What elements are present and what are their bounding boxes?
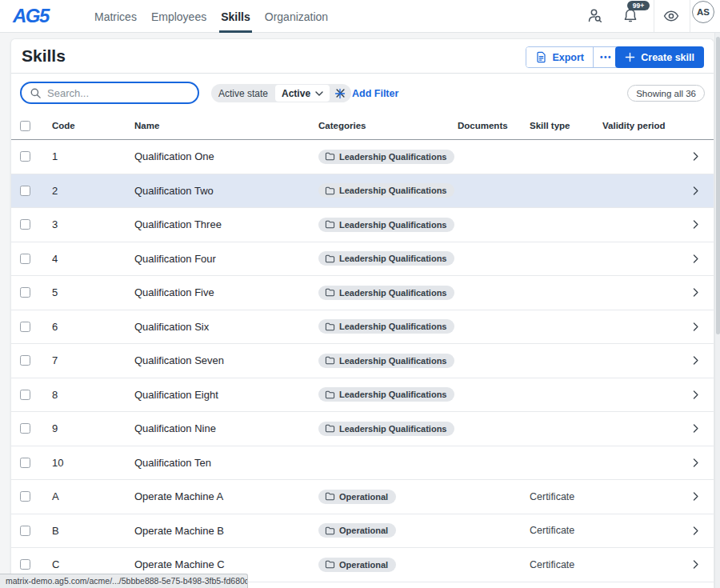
row-checkbox[interactable] — [20, 151, 30, 162]
export-button-label: Export — [552, 52, 584, 63]
row-checkbox[interactable] — [20, 458, 30, 468]
chevron-right-icon[interactable] — [690, 423, 714, 434]
search-icon — [30, 87, 42, 99]
table-row[interactable]: 1 Qualification One Leadership Qualifica… — [11, 140, 714, 174]
chevron-right-icon[interactable] — [690, 287, 714, 298]
category-badge-label: Leadership Qualifications — [339, 288, 446, 298]
chevron-right-icon[interactable] — [690, 151, 714, 162]
nav-item-organization[interactable]: Organization — [265, 0, 328, 33]
row-skill-type: Certificate — [530, 525, 602, 536]
user-search-icon[interactable] — [586, 7, 604, 25]
row-code: 6 — [52, 321, 134, 333]
search-input[interactable] — [47, 87, 190, 99]
row-code: 7 — [52, 354, 134, 366]
table-row[interactable]: 9 Qualification Nine Leadership Qualific… — [11, 412, 714, 446]
table-row[interactable]: 10 Qualification Ten — [11, 446, 714, 481]
plus-icon — [625, 52, 635, 62]
category-badge: Operational — [318, 490, 396, 504]
filter-value-dropdown[interactable]: Active — [275, 85, 330, 102]
vertical-scrollbar-track[interactable] — [714, 33, 720, 588]
table-body: 1 Qualification One Leadership Qualifica… — [11, 140, 714, 582]
skills-page: { "topbar": { "logo": "AG5", "nav": [ { … — [0, 0, 720, 588]
category-badge: Operational — [318, 523, 396, 538]
folder-icon — [325, 288, 335, 297]
chevron-right-icon[interactable] — [690, 390, 714, 400]
table-row[interactable]: 4 Qualification Four Leadership Qualific… — [11, 242, 714, 277]
toolbar: Active state Active Ad — [11, 74, 714, 112]
category-badge: Leadership Qualifications — [318, 218, 454, 232]
select-all-checkbox[interactable] — [20, 121, 30, 131]
table-row[interactable]: A Operate Machine A Operational Certific… — [11, 480, 714, 514]
row-name: Operate Machine B — [134, 525, 318, 537]
column-header-name[interactable]: Name — [134, 121, 318, 130]
column-header-categories[interactable]: Categories — [318, 121, 458, 130]
export-more-button[interactable]: ••• — [593, 47, 618, 67]
row-checkbox[interactable] — [20, 526, 30, 536]
table-row[interactable]: 5 Qualification Five Leadership Qualific… — [11, 276, 714, 310]
chevron-right-icon[interactable] — [690, 526, 714, 536]
chevron-right-icon[interactable] — [690, 186, 714, 196]
row-name: Qualification One — [134, 150, 318, 162]
category-badge: Leadership Qualifications — [318, 183, 454, 198]
chevron-right-icon[interactable] — [690, 322, 714, 332]
create-skill-button[interactable]: Create skill — [615, 46, 704, 68]
add-filter-button[interactable]: Add Filter — [334, 84, 398, 102]
table-row[interactable]: 2 Qualification Two Leadership Qualifica… — [11, 174, 714, 209]
vertical-scrollbar-thumb[interactable] — [716, 37, 720, 334]
active-state-filter-chip: Active state Active — [211, 84, 351, 102]
nav-item-skills[interactable]: Skills — [221, 0, 250, 33]
row-skill-type: Certificate — [530, 559, 602, 570]
chevron-right-icon[interactable] — [690, 458, 714, 468]
row-code: 3 — [52, 218, 134, 230]
row-checkbox[interactable] — [20, 219, 30, 230]
skills-card: Skills Export ••• Create skill — [10, 38, 714, 588]
chevron-right-icon[interactable] — [690, 559, 714, 570]
row-checkbox[interactable] — [20, 254, 30, 264]
folder-icon — [325, 322, 335, 331]
folder-icon — [325, 356, 335, 365]
category-badge-label: Leadership Qualifications — [339, 424, 446, 434]
category-badge: Operational — [318, 558, 396, 572]
eye-icon[interactable] — [662, 7, 680, 25]
row-checkbox[interactable] — [20, 322, 30, 332]
folder-icon — [325, 526, 335, 535]
category-badge: Leadership Qualifications — [318, 251, 454, 266]
chevron-right-icon[interactable] — [690, 491, 714, 502]
row-checkbox[interactable] — [20, 559, 30, 570]
avatar[interactable]: AS — [692, 1, 714, 23]
row-checkbox[interactable] — [20, 423, 30, 434]
row-code: 10 — [52, 457, 134, 469]
column-header-validity-period[interactable]: Validity period — [602, 121, 690, 130]
column-header-documents[interactable]: Documents — [458, 121, 530, 130]
category-badge-label: Leadership Qualifications — [339, 356, 446, 366]
ag5-logo[interactable]: AG5 — [13, 5, 49, 27]
card-header: Skills Export ••• Create skill — [11, 39, 714, 74]
row-name: Qualification Five — [134, 286, 318, 298]
row-code: B — [52, 525, 134, 537]
export-button[interactable]: Export — [526, 47, 593, 67]
column-header-skill-type[interactable]: Skill type — [530, 121, 602, 130]
row-checkbox[interactable] — [20, 355, 30, 366]
row-checkbox[interactable] — [20, 491, 30, 502]
row-checkbox[interactable] — [20, 287, 30, 298]
nav-item-employees[interactable]: Employees — [151, 0, 206, 33]
table-row[interactable]: 6 Qualification Six Leadership Qualifica… — [11, 310, 714, 345]
chevron-right-icon[interactable] — [690, 254, 714, 264]
filter-value-label: Active — [282, 88, 310, 99]
table-row[interactable]: 8 Qualification Eight Leadership Qualifi… — [11, 378, 714, 413]
table-row[interactable]: B Operate Machine B Operational Certific… — [11, 514, 714, 549]
chevron-right-icon[interactable] — [690, 219, 714, 230]
category-badge: Leadership Qualifications — [318, 387, 454, 402]
row-checkbox[interactable] — [20, 390, 30, 400]
table-row[interactable]: 7 Qualification Seven Leadership Qualifi… — [11, 344, 714, 378]
table-row[interactable]: 3 Qualification Three Leadership Qualifi… — [11, 208, 714, 242]
row-code: 4 — [52, 253, 134, 265]
chevron-right-icon[interactable] — [690, 355, 714, 366]
folder-icon — [325, 390, 335, 399]
row-name: Qualification Nine — [134, 422, 318, 434]
column-header-code[interactable]: Code — [52, 121, 134, 130]
row-skill-type: Certificate — [530, 491, 602, 502]
nav-item-matrices[interactable]: Matrices — [94, 0, 137, 33]
row-checkbox[interactable] — [20, 186, 30, 196]
row-name: Qualification Two — [134, 185, 318, 197]
